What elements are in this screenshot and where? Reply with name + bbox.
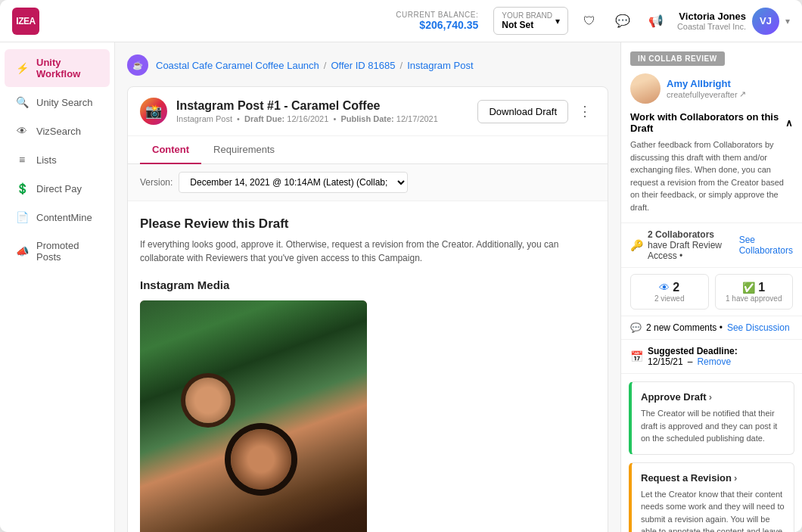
instagram-icon: 📸 [140, 98, 167, 125]
download-button[interactable]: Download Draft [477, 100, 568, 123]
comments-text: 2 new Comments • [646, 322, 723, 333]
post-header: 📸 Instagram Post #1 - Caramel Coffee Ins… [128, 87, 608, 136]
see-discussion-link[interactable]: See Discussion [727, 322, 790, 333]
user-section[interactable]: Victoria Jones Coastal Travel Inc. VJ ▾ [677, 8, 790, 35]
right-panel: IN COLLAB REVIEW Amy Allbright createful… [620, 42, 802, 532]
remove-deadline-link[interactable]: Remove [697, 356, 731, 367]
version-bar: Version: December 14, 2021 @ 10:14AM (La… [128, 164, 608, 201]
chevron-down-icon: ▾ [785, 16, 790, 26]
see-collaborators-link[interactable]: See Collaborators [739, 235, 793, 256]
more-options-icon[interactable]: ⋮ [574, 101, 595, 122]
comments-row: 💬 2 new Comments • See Discussion [621, 316, 802, 340]
request-revision-card[interactable]: Request a Revision › Let the Creator kno… [629, 462, 794, 533]
check-icon: ✅ [742, 282, 755, 294]
post-publish-date: 12/17/2021 [396, 114, 438, 123]
breadcrumb: ☕ Coastal Cafe Caramel Coffee Launch / O… [127, 54, 608, 76]
breadcrumb-sep1: / [324, 60, 327, 71]
revise-desc: Let the Creator know that their content … [641, 488, 785, 533]
sidebar-item-contentmine[interactable]: 📄 ContentMine [5, 204, 110, 231]
user-company: Coastal Travel Inc. [677, 22, 746, 31]
document-icon: 📄 [15, 211, 29, 223]
deadline-label: Suggested Deadline: [648, 346, 738, 356]
approve-title: Approve Draft › [641, 391, 785, 403]
media-image [140, 300, 367, 532]
balance-section: CURRENT BALANCE: $206,740.35 [396, 11, 478, 31]
topbar: IZEA CURRENT BALANCE: $206,740.35 YOUR B… [0, 0, 802, 42]
collab-section-title: Work with Collaborators on this Draft ∧ [621, 111, 802, 134]
approved-label: 1 have approved [722, 294, 787, 303]
sidebar-item-unity-workflow[interactable]: ⚡ Unity Workflow [5, 49, 110, 87]
collaborator-avatar [630, 73, 661, 104]
viewed-label: 2 viewed [637, 294, 702, 303]
version-select[interactable]: December 14, 2021 @ 10:14AM (Latest) (Co… [179, 172, 408, 193]
tab-requirements[interactable]: Requirements [201, 136, 287, 164]
user-info: Victoria Jones Coastal Travel Inc. [677, 11, 746, 31]
approved-count: 1 [758, 281, 765, 294]
draft-content: Please Review this Draft If everything l… [128, 201, 608, 532]
version-label: Version: [140, 177, 173, 188]
post-card: 📸 Instagram Post #1 - Caramel Coffee Ins… [127, 86, 608, 532]
sidebar-label: Promoted Posts [36, 240, 99, 263]
collab-count-text: 2 Collaborators have Draft Review Access… [648, 229, 735, 261]
sidebar-item-lists[interactable]: ≡ Lists [5, 146, 110, 173]
post-actions: Download Draft ⋮ [477, 100, 595, 123]
sidebar-item-unity-search[interactable]: 🔍 Unity Search [5, 89, 110, 116]
calendar-icon: 📅 [630, 350, 643, 362]
post-platform: Instagram Post [176, 114, 232, 123]
sidebar-item-vizsearch[interactable]: 👁 VizSearch [5, 117, 110, 145]
deadline-date: 12/15/21 [648, 356, 683, 367]
deadline-info: Suggested Deadline: 12/15/21 – Remove [648, 346, 738, 367]
breadcrumb-campaign[interactable]: Coastal Cafe Caramel Coffee Launch [156, 60, 319, 71]
brand-label: YOUR BRAND [502, 11, 552, 20]
brand-button[interactable]: YOUR BRAND Not Set ▾ [493, 7, 568, 35]
post-title: Instagram Post #1 - Caramel Coffee [176, 99, 468, 113]
coffee-photo [140, 300, 367, 532]
deadline-row: 📅 Suggested Deadline: 12/15/21 – Remove [621, 340, 802, 374]
deadline-separator: – [688, 356, 693, 367]
collaborator-name[interactable]: Amy Allbright [667, 78, 746, 89]
collaborator-count-row: 🔑 2 Collaborators have Draft Review Acce… [621, 222, 802, 267]
balance-label: CURRENT BALANCE: [396, 11, 478, 19]
collaborator-user: Amy Allbright createfullyeverafter ↗ [621, 66, 802, 111]
external-link-icon: ↗ [739, 89, 746, 99]
balance-amount: $206,740.35 [419, 19, 478, 31]
sidebar-label: Unity Search [36, 97, 92, 108]
tab-content[interactable]: Content [140, 136, 201, 164]
chevron-down-icon: ▾ [555, 16, 560, 26]
dollar-icon: 💲 [15, 182, 29, 194]
draft-description: If everything looks good, approve it. Ot… [140, 238, 595, 265]
chat-icon[interactable]: 💬 [611, 9, 635, 33]
breadcrumb-offer[interactable]: Offer ID 81685 [331, 60, 395, 71]
post-draft-due: 12/16/2021 [287, 114, 328, 123]
approve-desc: The Creator will be notified that their … [641, 407, 785, 445]
revise-title: Request a Revision › [641, 472, 785, 484]
breadcrumb-type[interactable]: Instagram Post [407, 60, 473, 71]
eye-icon: 👁 [15, 125, 29, 137]
megaphone-icon[interactable]: 📢 [644, 9, 668, 33]
sidebar-item-promoted-posts[interactable]: 📣 Promoted Posts [5, 232, 110, 270]
approved-stat-box: ✅ 1 1 have approved [715, 274, 794, 310]
search-icon: 🔍 [15, 96, 29, 108]
collaborator-info: Amy Allbright createfullyeverafter ↗ [667, 78, 746, 99]
draft-title: Please Review this Draft [140, 216, 595, 232]
comment-icon: 💬 [630, 322, 642, 333]
avatar: VJ [752, 8, 779, 35]
approve-draft-card[interactable]: Approve Draft › The Creator will be noti… [629, 381, 794, 455]
help-icon[interactable]: 🛡 [577, 9, 602, 33]
chevron-up-icon: ∧ [785, 117, 793, 129]
tabs: Content Requirements [128, 136, 608, 164]
sidebar-label: Direct Pay [36, 183, 82, 194]
logo-icon: IZEA [12, 8, 39, 35]
chevron-right-icon: › [709, 391, 712, 403]
sidebar-label: VizSearch [36, 126, 81, 137]
user-name: Victoria Jones [677, 11, 746, 22]
collaborator-handle: createfullyeverafter ↗ [667, 89, 746, 99]
collab-badge: IN COLLAB REVIEW [630, 51, 725, 66]
sidebar-label: ContentMine [36, 212, 92, 223]
post-meta: Instagram Post • Draft Due: 12/16/2021 •… [176, 114, 468, 123]
key-icon: 🔑 [630, 239, 643, 251]
brand-value: Not Set [502, 20, 552, 30]
eye-icon: 👁 [659, 282, 670, 294]
campaign-icon: ☕ [127, 54, 148, 76]
sidebar-item-direct-pay[interactable]: 💲 Direct Pay [5, 175, 110, 202]
